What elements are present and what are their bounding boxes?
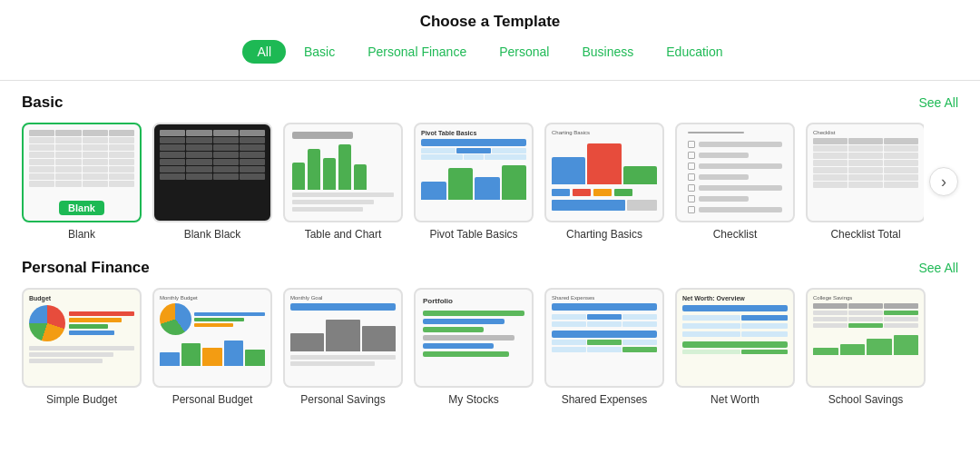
- basic-section-header: Basic See All: [22, 94, 958, 112]
- template-shared-expenses-label: Shared Expenses: [562, 393, 648, 406]
- template-personal-budget-thumb: Monthly Budget: [152, 288, 272, 388]
- template-blank[interactable]: Blank Blank: [22, 123, 142, 241]
- basic-section-title: Basic: [22, 94, 63, 112]
- template-school-savings-thumb: College Savings: [806, 288, 926, 388]
- template-personal-savings-label: Personal Savings: [300, 393, 385, 406]
- template-charting-label: Charting Basics: [566, 228, 642, 241]
- template-table-chart[interactable]: Table and Chart: [283, 123, 403, 241]
- basic-next-arrow[interactable]: ›: [929, 167, 958, 196]
- template-net-worth[interactable]: Net Worth: Overview Net Worth: [675, 288, 795, 406]
- basic-template-row: Blank Blank Blank Blac: [22, 123, 958, 241]
- template-checklist-total[interactable]: Checklist Checklist Total: [806, 123, 924, 241]
- template-my-stocks[interactable]: Portfolio My Stocks: [414, 288, 534, 406]
- template-table-chart-thumb: [283, 123, 403, 222]
- page-header: Choose a Template All Basic Personal Fin…: [0, 0, 980, 81]
- basic-section: Basic See All Blank: [0, 81, 980, 246]
- template-blank-label: Blank: [68, 228, 95, 241]
- template-blank-black[interactable]: Blank Black: [152, 123, 272, 241]
- template-blank-black-thumb: [152, 123, 272, 222]
- template-personal-savings-thumb: Monthly Goal: [283, 288, 403, 388]
- template-net-worth-thumb: Net Worth: Overview: [675, 288, 795, 388]
- template-checklist-total-label: Checklist Total: [830, 228, 900, 241]
- template-personal-budget[interactable]: Monthly Budget: [152, 288, 272, 406]
- template-checklist-label: Checklist: [713, 228, 758, 241]
- template-personal-budget-label: Personal Budget: [172, 393, 253, 406]
- template-charting-thumb: Charting Basics: [544, 123, 664, 222]
- filter-tab-education[interactable]: Education: [652, 40, 737, 64]
- pf-template-row: Budget: [22, 288, 958, 406]
- personal-finance-section: Personal Finance See All Budget: [0, 246, 980, 411]
- filter-tabs: All Basic Personal Finance Personal Busi…: [0, 40, 980, 71]
- filter-tab-personal-finance[interactable]: Personal Finance: [353, 40, 481, 64]
- template-pivot-label: Pivot Table Basics: [429, 228, 517, 241]
- filter-tab-all[interactable]: All: [242, 40, 286, 64]
- template-my-stocks-label: My Stocks: [448, 393, 498, 406]
- template-net-worth-label: Net Worth: [710, 393, 760, 406]
- template-charting[interactable]: Charting Basics: [544, 123, 664, 241]
- basic-see-all[interactable]: See All: [918, 95, 958, 110]
- pf-templates-scroll: Budget: [22, 288, 958, 406]
- template-blank-thumb: Blank: [22, 123, 142, 222]
- blank-badge: Blank: [59, 201, 104, 215]
- template-pivot-thumb: Pivot Table Basics: [414, 123, 534, 222]
- template-checklist[interactable]: Checklist: [675, 123, 795, 241]
- filter-tab-business[interactable]: Business: [567, 40, 648, 64]
- template-simple-budget-thumb: Budget: [22, 288, 142, 388]
- template-shared-expenses[interactable]: Shared Expenses Shared Expenses: [544, 288, 664, 406]
- template-shared-expenses-thumb: Shared Expenses: [544, 288, 664, 388]
- template-personal-savings[interactable]: Monthly Goal Personal Savings: [283, 288, 403, 406]
- template-simple-budget[interactable]: Budget: [22, 288, 142, 406]
- page-title: Choose a Template: [0, 13, 980, 31]
- template-table-chart-label: Table and Chart: [305, 228, 382, 241]
- pf-see-all[interactable]: See All: [918, 261, 958, 275]
- template-school-savings[interactable]: College Savings School Savings: [806, 288, 926, 406]
- basic-templates-scroll: Blank Blank Blank Blac: [22, 123, 924, 241]
- filter-tab-personal[interactable]: Personal: [485, 40, 564, 64]
- template-blank-black-label: Blank Black: [184, 228, 241, 241]
- template-my-stocks-thumb: Portfolio: [414, 288, 534, 388]
- pf-section-header: Personal Finance See All: [22, 259, 958, 277]
- template-checklist-thumb: [675, 123, 795, 222]
- pf-section-title: Personal Finance: [22, 259, 150, 277]
- template-simple-budget-label: Simple Budget: [46, 393, 117, 406]
- template-checklist-total-thumb: Checklist: [806, 123, 924, 222]
- template-school-savings-label: School Savings: [828, 393, 904, 406]
- filter-tab-basic[interactable]: Basic: [289, 40, 349, 64]
- template-pivot-table[interactable]: Pivot Table Basics Pivot Table Basics: [414, 123, 534, 241]
